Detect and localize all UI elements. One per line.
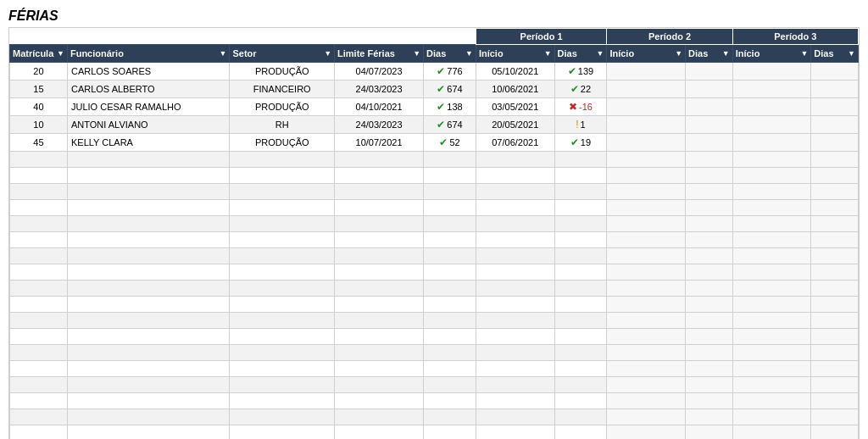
funcionario-dropdown-icon[interactable]: ▼ bbox=[220, 49, 227, 58]
cell-p1-inicio: 20/05/2021 bbox=[476, 116, 554, 134]
cell-dias: ✔ 138 bbox=[424, 98, 476, 116]
empty-cell bbox=[554, 152, 607, 168]
cell-matricula: 15 bbox=[10, 81, 68, 98]
p3-dias-dropdown-icon[interactable]: ▼ bbox=[848, 49, 855, 58]
cell-p3-inicio bbox=[732, 63, 811, 81]
empty-cell bbox=[335, 313, 424, 329]
cell-funcionario: KELLY CLARA bbox=[67, 134, 230, 152]
empty-cell bbox=[732, 377, 811, 393]
col-matricula-header[interactable]: Matrícula ▼ bbox=[10, 45, 68, 63]
page-title: FÉRIAS bbox=[8, 8, 860, 24]
col-p1-dias-header[interactable]: Dias ▼ bbox=[554, 45, 607, 63]
empty-header bbox=[10, 29, 476, 45]
empty-cell bbox=[811, 152, 859, 168]
cell-p1-inicio: 05/10/2021 bbox=[476, 63, 554, 81]
empty-cell bbox=[424, 393, 476, 409]
col-limite-header[interactable]: Limite Férias ▼ bbox=[335, 45, 424, 63]
empty-cell bbox=[607, 329, 686, 345]
empty-cell bbox=[476, 393, 554, 409]
empty-cell bbox=[686, 377, 733, 393]
table-row-empty bbox=[10, 329, 859, 345]
empty-cell bbox=[554, 377, 607, 393]
col-dias-header[interactable]: Dias ▼ bbox=[424, 45, 476, 63]
empty-cell bbox=[554, 329, 607, 345]
cell-p2-inicio bbox=[607, 134, 686, 152]
empty-cell bbox=[607, 409, 686, 425]
cell-p3-inicio bbox=[732, 98, 811, 116]
table-row[interactable]: 20 CARLOS SOARES PRODUÇÃO 04/07/2023 ✔ 7… bbox=[10, 63, 859, 81]
setor-dropdown-icon[interactable]: ▼ bbox=[324, 49, 331, 58]
empty-cell bbox=[230, 216, 335, 232]
empty-cell bbox=[335, 393, 424, 409]
col-setor-header[interactable]: Setor ▼ bbox=[230, 45, 335, 63]
cell-p1-dias: ✔ 19 bbox=[554, 134, 607, 152]
cell-p2-inicio bbox=[607, 81, 686, 98]
matricula-dropdown-icon[interactable]: ▼ bbox=[57, 49, 64, 58]
col-p2-inicio-header[interactable]: Início ▼ bbox=[607, 45, 686, 63]
empty-cell bbox=[554, 361, 607, 377]
table-row-empty bbox=[10, 313, 859, 329]
empty-cell bbox=[554, 409, 607, 425]
empty-cell bbox=[67, 168, 230, 184]
empty-cell bbox=[230, 345, 335, 361]
cell-p2-dias bbox=[686, 116, 733, 134]
empty-cell bbox=[67, 361, 230, 377]
empty-cell bbox=[732, 264, 811, 281]
empty-cell bbox=[230, 377, 335, 393]
empty-cell bbox=[686, 297, 733, 313]
empty-cell bbox=[335, 409, 424, 425]
empty-cell bbox=[10, 281, 68, 297]
empty-cell bbox=[811, 345, 859, 361]
empty-cell bbox=[335, 297, 424, 313]
empty-cell bbox=[335, 345, 424, 361]
cell-setor: RH bbox=[230, 116, 335, 134]
empty-cell bbox=[607, 168, 686, 184]
empty-cell bbox=[686, 345, 733, 361]
empty-cell bbox=[230, 297, 335, 313]
cell-matricula: 45 bbox=[10, 134, 68, 152]
cell-dias: ✔ 776 bbox=[424, 63, 476, 81]
period-header-row: Período 1 Período 2 Período 3 bbox=[10, 29, 859, 45]
empty-cell bbox=[607, 281, 686, 297]
cell-p1-dias: ✔ 139 bbox=[554, 63, 607, 81]
cell-funcionario: CARLOS ALBERTO bbox=[67, 81, 230, 98]
table-row-empty bbox=[10, 425, 859, 440]
empty-cell bbox=[230, 409, 335, 425]
empty-cell bbox=[67, 248, 230, 264]
p3-inicio-dropdown-icon[interactable]: ▼ bbox=[800, 49, 808, 58]
empty-cell bbox=[686, 248, 733, 264]
empty-cell bbox=[732, 393, 811, 409]
cell-matricula: 20 bbox=[10, 63, 68, 81]
empty-cell bbox=[67, 329, 230, 345]
limite-dropdown-icon[interactable]: ▼ bbox=[413, 49, 420, 58]
p2-dias-dropdown-icon[interactable]: ▼ bbox=[722, 49, 730, 58]
col-p3-dias-header[interactable]: Dias ▼ bbox=[811, 45, 859, 63]
cell-dias: ✔ 674 bbox=[424, 116, 476, 134]
table-row[interactable]: 45 KELLY CLARA PRODUÇÃO 10/07/2021 ✔ 52 … bbox=[10, 134, 859, 152]
empty-cell bbox=[424, 425, 476, 440]
empty-cell bbox=[476, 345, 554, 361]
empty-cell bbox=[686, 152, 733, 168]
dias-dropdown-icon[interactable]: ▼ bbox=[465, 49, 473, 58]
cell-limite: 04/10/2021 bbox=[335, 98, 424, 116]
empty-cell bbox=[476, 216, 554, 232]
col-p3-inicio-header[interactable]: Início ▼ bbox=[732, 45, 811, 63]
empty-cell bbox=[424, 200, 476, 216]
cell-p1-inicio: 07/06/2021 bbox=[476, 134, 554, 152]
p1-dias-dropdown-icon[interactable]: ▼ bbox=[596, 49, 604, 58]
p1-inicio-dropdown-icon[interactable]: ▼ bbox=[544, 49, 552, 58]
empty-cell bbox=[732, 425, 811, 440]
empty-cell bbox=[424, 248, 476, 264]
empty-cell bbox=[230, 184, 335, 200]
col-p1-inicio-header[interactable]: Início ▼ bbox=[476, 45, 554, 63]
period2-header: Período 2 bbox=[607, 29, 732, 45]
empty-cell bbox=[424, 281, 476, 297]
empty-cell bbox=[607, 393, 686, 409]
table-row[interactable]: 40 JULIO CESAR RAMALHO PRODUÇÃO 04/10/20… bbox=[10, 98, 859, 116]
col-p2-dias-header[interactable]: Dias ▼ bbox=[686, 45, 733, 63]
table-row[interactable]: 15 CARLOS ALBERTO FINANCEIRO 24/03/2023 … bbox=[10, 81, 859, 98]
p2-inicio-dropdown-icon[interactable]: ▼ bbox=[675, 49, 682, 58]
empty-cell bbox=[10, 377, 68, 393]
col-funcionario-header[interactable]: Funcionário ▼ bbox=[67, 45, 230, 63]
table-row[interactable]: 10 ANTONI ALVIANO RH 24/03/2023 ✔ 674 20… bbox=[10, 116, 859, 134]
